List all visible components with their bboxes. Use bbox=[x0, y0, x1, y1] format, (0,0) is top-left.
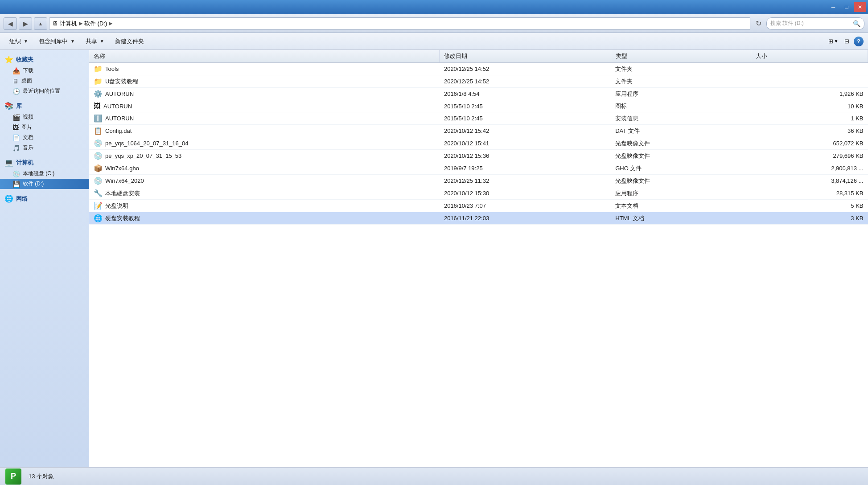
file-date: 2020/12/25 14:52 bbox=[440, 75, 611, 88]
table-row[interactable]: 📁 Tools 2020/12/25 14:52 文件夹 bbox=[89, 63, 868, 75]
videos-icon: 🎬 bbox=[12, 114, 20, 121]
search-box[interactable]: 搜索 软件 (D:) 🔍 bbox=[766, 17, 864, 30]
preview-pane-button[interactable]: ⊟ bbox=[840, 35, 853, 48]
file-name[interactable]: 💿 Win7x64_2020 bbox=[89, 175, 440, 187]
file-name[interactable]: ℹ️ AUTORUN bbox=[89, 112, 440, 125]
refresh-button[interactable]: ↻ bbox=[752, 17, 765, 30]
organize-label: 组织 bbox=[9, 37, 21, 45]
file-date: 2020/12/25 14:52 bbox=[440, 63, 611, 75]
file-name-text: U盘安装教程 bbox=[105, 78, 138, 86]
forward-button[interactable]: ▶ bbox=[19, 17, 32, 30]
file-type: 图标 bbox=[611, 100, 751, 112]
file-name[interactable]: 🌐 硬盘安装教程 bbox=[89, 212, 440, 225]
sidebar-item-recent[interactable]: 🕒 最近访问的位置 bbox=[0, 86, 89, 96]
back-button[interactable]: ◀ bbox=[4, 17, 17, 30]
column-header-type[interactable]: 类型 bbox=[611, 50, 751, 63]
organize-button[interactable]: 组织 ▼ bbox=[4, 35, 33, 48]
table-row[interactable]: 🔧 本地硬盘安装 2020/10/12 15:30 应用程序 28,315 KB bbox=[89, 187, 868, 200]
table-row[interactable]: 📁 U盘安装教程 2020/12/25 14:52 文件夹 bbox=[89, 75, 868, 88]
file-name-text: pe_yqs_xp_20_07_31_15_53 bbox=[105, 152, 181, 159]
recent-icon: 🕒 bbox=[12, 88, 20, 95]
table-row[interactable]: 📦 Win7x64.gho 2019/9/7 19:25 GHO 文件 2,90… bbox=[89, 162, 868, 175]
view-icon: ⊞ bbox=[828, 38, 833, 45]
minimize-button[interactable]: ─ bbox=[827, 2, 839, 12]
add-to-library-button[interactable]: 包含到库中 ▼ bbox=[34, 35, 80, 48]
file-name[interactable]: 🔧 本地硬盘安装 bbox=[89, 187, 440, 200]
file-name[interactable]: 📦 Win7x64.gho bbox=[89, 162, 440, 175]
favorites-header[interactable]: ⭐ 收藏夹 bbox=[0, 53, 89, 66]
table-row[interactable]: 📝 光盘说明 2016/10/23 7:07 文本文档 5 KB bbox=[89, 200, 868, 212]
network-header[interactable]: 🌐 网络 bbox=[0, 193, 89, 205]
file-date: 2020/10/12 15:41 bbox=[440, 137, 611, 150]
file-icon-label: 📁 U盘安装教程 bbox=[94, 77, 138, 86]
up-button[interactable]: ▲ bbox=[34, 17, 47, 30]
file-size: 1,926 KB bbox=[751, 88, 868, 100]
file-date: 2020/10/12 15:42 bbox=[440, 125, 611, 137]
view-chevron: ▼ bbox=[834, 39, 839, 44]
library-section: 📚 库 🎬 视频 🖼 图片 📄 文档 🎵 音乐 bbox=[0, 100, 89, 153]
help-button[interactable]: ? bbox=[854, 37, 864, 46]
share-label: 共享 bbox=[86, 37, 97, 45]
file-name-text: AUTORUN bbox=[105, 90, 134, 97]
file-name[interactable]: 📋 Config.dat bbox=[89, 125, 440, 137]
table-row[interactable]: 🖼 AUTORUN 2015/5/10 2:45 图标 10 KB bbox=[89, 100, 868, 112]
file-name[interactable]: 💿 pe_yqs_xp_20_07_31_15_53 bbox=[89, 150, 440, 162]
table-row[interactable]: 💿 pe_yqs_xp_20_07_31_15_53 2020/10/12 15… bbox=[89, 150, 868, 162]
network-section: 🌐 网络 bbox=[0, 193, 89, 205]
sidebar-item-soft-d[interactable]: 💾 软件 (D:) bbox=[0, 179, 89, 189]
file-name[interactable]: 🖼 AUTORUN bbox=[89, 100, 440, 112]
file-type: DAT 文件 bbox=[611, 125, 751, 137]
library-label: 库 bbox=[16, 102, 22, 110]
organize-chevron: ▼ bbox=[24, 39, 28, 44]
table-row[interactable]: ℹ️ AUTORUN 2015/5/10 2:45 安装信息 1 KB bbox=[89, 112, 868, 125]
file-size bbox=[751, 63, 868, 75]
view-toggle-button[interactable]: ⊞ ▼ bbox=[827, 35, 839, 48]
file-size bbox=[751, 75, 868, 88]
computer-header[interactable]: 💻 计算机 bbox=[0, 156, 89, 169]
computer-icon: 💻 bbox=[4, 158, 13, 167]
file-type-icon: ⚙️ bbox=[94, 90, 103, 98]
sidebar-item-docs[interactable]: 📄 文档 bbox=[0, 132, 89, 143]
logo-text: P bbox=[11, 472, 16, 481]
docs-icon: 📄 bbox=[12, 134, 20, 141]
column-header-date[interactable]: 修改日期 bbox=[440, 50, 611, 63]
file-size: 28,315 KB bbox=[751, 187, 868, 200]
sidebar-item-desktop[interactable]: 🖥 桌面 bbox=[0, 76, 89, 86]
docs-label: 文档 bbox=[23, 134, 33, 141]
column-header-size[interactable]: 大小 bbox=[751, 50, 868, 63]
file-type: HTML 文档 bbox=[611, 212, 751, 225]
file-size: 36 KB bbox=[751, 125, 868, 137]
path-computer[interactable]: 计算机 bbox=[60, 20, 77, 28]
table-row[interactable]: 💿 Win7x64_2020 2020/12/25 11:32 光盘映像文件 3… bbox=[89, 175, 868, 187]
file-name[interactable]: 💿 pe_yqs_1064_20_07_31_16_04 bbox=[89, 137, 440, 150]
file-name[interactable]: 📁 U盘安装教程 bbox=[89, 75, 440, 88]
sidebar-item-videos[interactable]: 🎬 视频 bbox=[0, 112, 89, 122]
file-name-text: Config.dat bbox=[105, 127, 132, 134]
file-name[interactable]: ⚙️ AUTORUN bbox=[89, 88, 440, 100]
file-date: 2019/9/7 19:25 bbox=[440, 162, 611, 175]
file-name-text: 本地硬盘安装 bbox=[105, 189, 140, 197]
path-drive[interactable]: 软件 (D:) bbox=[84, 20, 107, 28]
sidebar-item-local-c[interactable]: 💿 本地磁盘 (C:) bbox=[0, 169, 89, 179]
file-name[interactable]: 📁 Tools bbox=[89, 63, 440, 75]
column-header-name[interactable]: 名称 bbox=[89, 50, 440, 63]
maximize-button[interactable]: □ bbox=[840, 2, 853, 12]
address-path[interactable]: 🖥 计算机 ▶ 软件 (D:) ▶ bbox=[49, 17, 750, 30]
close-button[interactable]: ✕ bbox=[854, 2, 866, 12]
library-header[interactable]: 📚 库 bbox=[0, 100, 89, 112]
images-label: 图片 bbox=[21, 123, 32, 131]
videos-label: 视频 bbox=[23, 113, 33, 121]
file-name[interactable]: 📝 光盘说明 bbox=[89, 200, 440, 212]
new-folder-label: 新建文件夹 bbox=[115, 37, 144, 45]
file-type: 文件夹 bbox=[611, 63, 751, 75]
table-row[interactable]: 📋 Config.dat 2020/10/12 15:42 DAT 文件 36 … bbox=[89, 125, 868, 137]
table-row[interactable]: 🌐 硬盘安装教程 2016/11/21 22:03 HTML 文档 3 KB bbox=[89, 212, 868, 225]
sidebar-item-music[interactable]: 🎵 音乐 bbox=[0, 143, 89, 153]
table-row[interactable]: ⚙️ AUTORUN 2016/1/8 4:54 应用程序 1,926 KB bbox=[89, 88, 868, 100]
table-row[interactable]: 💿 pe_yqs_1064_20_07_31_16_04 2020/10/12 … bbox=[89, 137, 868, 150]
new-folder-button[interactable]: 新建文件夹 bbox=[110, 35, 149, 48]
sidebar-item-images[interactable]: 🖼 图片 bbox=[0, 122, 89, 132]
share-button[interactable]: 共享 ▼ bbox=[81, 35, 109, 48]
file-name-text: Win7x64_2020 bbox=[105, 177, 144, 184]
sidebar-item-downloads[interactable]: 📥 下载 bbox=[0, 66, 89, 76]
